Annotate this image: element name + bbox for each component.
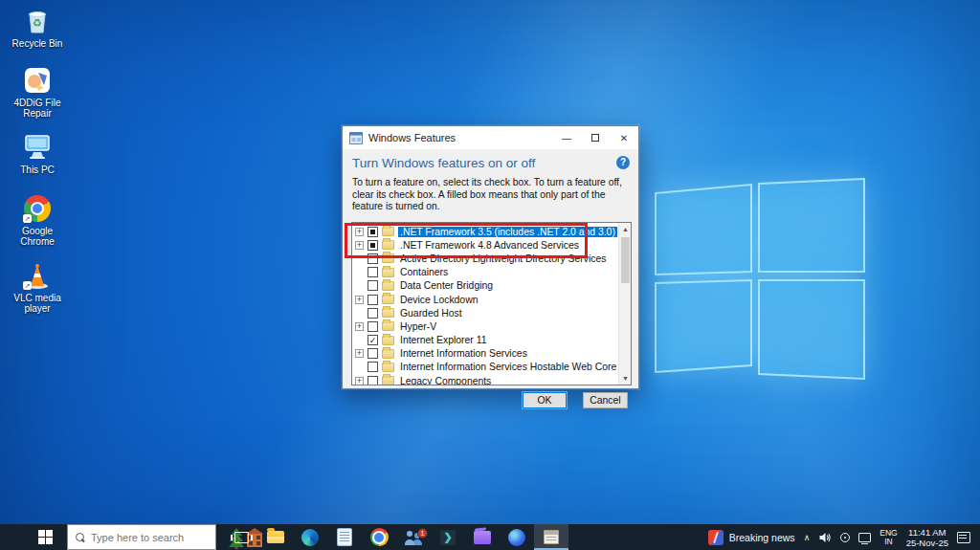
feature-checkbox[interactable]: [368, 362, 378, 372]
task-view-button[interactable]: [224, 524, 258, 550]
app-button-blue-circle[interactable]: [500, 524, 534, 550]
cancel-button[interactable]: Cancel: [583, 392, 628, 408]
feature-row[interactable]: + .NET Framework 4.8 Advanced Services: [352, 238, 618, 252]
system-tray: Breaking news ∧ ENG IN 11:41 AM 25-Nov-2…: [708, 524, 980, 550]
feature-row[interactable]: + Device Lockdown: [352, 293, 618, 306]
feature-checkbox[interactable]: ✓: [368, 335, 378, 345]
ok-button[interactable]: OK: [523, 392, 567, 408]
action-center-button[interactable]: [957, 532, 970, 543]
desktop-icon-label: Google Chrome: [6, 226, 69, 247]
feature-checkbox[interactable]: [368, 348, 378, 359]
feature-row[interactable]: ✓ Internet Explorer 11: [352, 334, 618, 347]
feature-label[interactable]: .NET Framework 3.5 (includes .NET 2.0 an…: [398, 227, 617, 237]
folder-icon: [382, 253, 394, 263]
vlc-icon: ↗: [22, 260, 53, 291]
vertical-scrollbar[interactable]: ▲ ▼: [618, 223, 631, 385]
network-button[interactable]: [858, 533, 871, 542]
feature-label[interactable]: Internet Information Services Hostable W…: [398, 362, 618, 372]
clock-date: 25-Nov-25: [906, 538, 948, 548]
windows-features-taskbar-button[interactable]: [534, 524, 568, 550]
feature-checkbox[interactable]: [368, 376, 378, 385]
action-center-icon: [957, 532, 970, 543]
expand-icon[interactable]: +: [355, 322, 364, 331]
desktop-icon-this-pc[interactable]: This PC: [4, 132, 71, 175]
feature-label[interactable]: Containers: [398, 267, 450, 277]
feature-row[interactable]: Data Center Bridging: [352, 279, 618, 293]
expand-icon[interactable]: +: [355, 228, 364, 236]
language-indicator[interactable]: ENG IN: [880, 529, 897, 546]
recycle-bin-icon: ♻: [22, 6, 53, 36]
window-icon: [349, 132, 363, 144]
feature-label[interactable]: Internet Information Services: [398, 348, 529, 359]
document-icon: [338, 529, 351, 545]
app-button-purple[interactable]: [465, 524, 500, 550]
edge-button[interactable]: [293, 524, 327, 550]
scroll-up-icon[interactable]: ▲: [619, 223, 632, 235]
people-button[interactable]: 1: [396, 524, 431, 550]
speaker-icon: [818, 531, 832, 544]
file-explorer-icon: [267, 531, 284, 543]
purple-app-icon: [474, 531, 491, 544]
desktop-icon-vlc[interactable]: ↗ VLC media player: [4, 260, 71, 314]
feature-label[interactable]: Internet Explorer 11: [398, 335, 489, 345]
search-input[interactable]: [91, 532, 227, 543]
scroll-down-icon[interactable]: ▼: [619, 372, 632, 385]
feature-checkbox[interactable]: [368, 253, 378, 264]
notepad-button[interactable]: [327, 524, 362, 550]
taskbar-search[interactable]: [67, 524, 216, 550]
blue-circle-app-icon: [508, 529, 525, 546]
hidden-icons-chevron[interactable]: ∧: [804, 533, 811, 542]
close-button[interactable]: ✕: [610, 126, 638, 149]
tray-circle-button[interactable]: [840, 533, 850, 542]
maximize-button[interactable]: [581, 126, 610, 149]
feature-label[interactable]: Active Directory Lightweight Directory S…: [398, 253, 608, 264]
feature-checkbox[interactable]: [368, 321, 378, 332]
windows-logo-wallpaper: [654, 178, 866, 381]
volume-button[interactable]: [818, 531, 832, 544]
feature-checkbox[interactable]: [368, 267, 378, 277]
chrome-button[interactable]: [362, 524, 396, 550]
feature-checkbox[interactable]: [368, 280, 378, 291]
expand-icon[interactable]: +: [355, 377, 364, 385]
feature-row[interactable]: Guarded Host: [352, 306, 618, 319]
feature-checkbox[interactable]: [368, 240, 378, 251]
feature-row[interactable]: Internet Information Services Hostable W…: [352, 361, 618, 374]
feature-row[interactable]: + Internet Information Services: [352, 347, 618, 361]
feature-label[interactable]: Hyper-V: [398, 321, 438, 332]
search-icon: [76, 533, 85, 542]
file-explorer-button[interactable]: [258, 524, 293, 550]
expand-icon[interactable]: +: [355, 296, 364, 304]
app-button-arrow[interactable]: ❯: [431, 524, 465, 550]
feature-row[interactable]: + Hyper-V: [352, 319, 618, 333]
desktop-icon-4ddig[interactable]: 4DDiG File Repair: [4, 65, 71, 119]
dialog-titlebar[interactable]: Windows Features — ✕: [343, 126, 638, 149]
feature-label[interactable]: Data Center Bridging: [398, 280, 495, 291]
feature-row[interactable]: Containers: [352, 266, 618, 279]
feature-checkbox[interactable]: [368, 227, 378, 237]
minimize-button[interactable]: —: [552, 126, 581, 149]
windows-features-icon: [544, 530, 559, 544]
desktop-icon-google-chrome[interactable]: ↗ Google Chrome: [4, 193, 71, 247]
feature-label[interactable]: Legacy Components: [398, 376, 493, 385]
language-line2: IN: [880, 538, 897, 546]
taskbar-clock[interactable]: 11:41 AM 25-Nov-25: [906, 527, 948, 548]
feature-row[interactable]: Active Directory Lightweight Directory S…: [352, 252, 618, 265]
feature-row[interactable]: + Legacy Components: [352, 374, 618, 385]
expand-icon[interactable]: +: [355, 349, 364, 358]
feature-label[interactable]: Guarded Host: [398, 308, 464, 319]
expand-icon[interactable]: +: [355, 241, 364, 250]
feature-checkbox[interactable]: [368, 308, 378, 319]
news-icon: [708, 530, 724, 545]
shortcut-arrow-icon: ↗: [23, 281, 32, 290]
feature-checkbox[interactable]: [368, 295, 378, 305]
help-icon[interactable]: ?: [616, 156, 630, 169]
feature-label[interactable]: Device Lockdown: [398, 295, 479, 305]
features-list: + .NET Framework 3.5 (includes .NET 2.0 …: [351, 222, 632, 385]
desktop-icon-recycle-bin[interactable]: ♻ Recycle Bin: [4, 6, 71, 49]
news-widget[interactable]: Breaking news: [708, 530, 795, 545]
folder-icon: [382, 363, 394, 372]
scrollbar-thumb[interactable]: [621, 237, 630, 283]
feature-label[interactable]: .NET Framework 4.8 Advanced Services: [398, 240, 581, 251]
feature-row[interactable]: + .NET Framework 3.5 (includes .NET 2.0 …: [352, 225, 618, 238]
start-button[interactable]: [23, 524, 67, 550]
